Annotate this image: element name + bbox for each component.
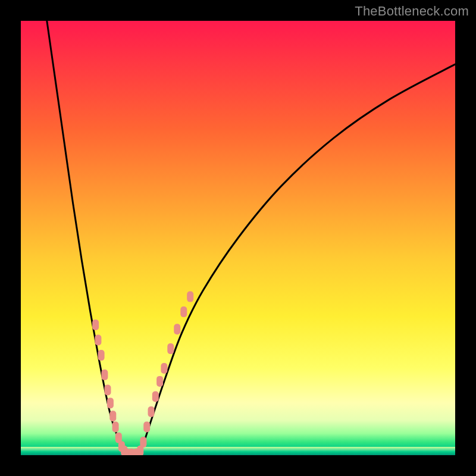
data-point — [143, 422, 150, 433]
data-point — [109, 411, 116, 421]
data-point — [101, 369, 108, 380]
curve-left-branch — [47, 21, 125, 455]
data-point — [161, 363, 167, 374]
data-point — [92, 320, 99, 330]
data-point — [174, 324, 180, 334]
data-point — [112, 422, 119, 433]
data-point — [105, 385, 111, 396]
data-point — [187, 292, 193, 302]
data-point — [98, 350, 105, 361]
curve-right-branch — [138, 64, 455, 455]
bottleneck-curve — [21, 21, 455, 455]
data-point — [152, 392, 159, 402]
data-point — [167, 343, 174, 354]
data-point — [107, 397, 114, 408]
data-point — [180, 306, 187, 317]
data-point — [156, 376, 163, 387]
chart-frame: TheBottleneck.com — [0, 0, 476, 476]
data-point — [95, 335, 101, 346]
plot-area — [21, 21, 455, 455]
watermark-text: TheBottleneck.com — [355, 4, 469, 19]
data-point — [133, 449, 139, 455]
data-point — [148, 406, 155, 417]
data-point — [140, 437, 146, 447]
